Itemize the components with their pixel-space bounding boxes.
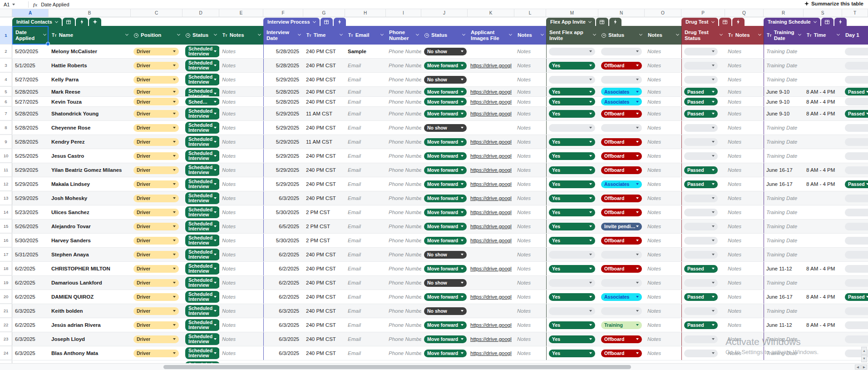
flex-invite-chip[interactable]: Yes: [549, 180, 595, 188]
calculator-button[interactable]: [321, 18, 333, 26]
column-header-status[interactable]: Status: [182, 26, 219, 45]
calculator-button[interactable]: [63, 18, 75, 26]
position-chip[interactable]: Driver: [133, 209, 179, 216]
interview_date-cell[interactable]: 5/29/2025: [263, 149, 303, 163]
position-chip[interactable]: Driver: [133, 307, 179, 315]
status-chip[interactable]: Scheduled Interview: [185, 192, 219, 204]
interview_date-cell[interactable]: 5/29/2025: [263, 135, 303, 149]
notes2-cell[interactable]: Notes: [514, 332, 546, 346]
notes4-cell[interactable]: Notes: [725, 163, 764, 177]
interview_status-cell[interactable]: Move forward: [421, 107, 468, 120]
row-number-10[interactable]: 10: [0, 149, 12, 163]
training_date-cell[interactable]: Training Date: [764, 332, 804, 346]
notes2-cell[interactable]: Notes: [514, 262, 546, 275]
position-chip[interactable]: Driver: [133, 293, 179, 301]
position-chip[interactable]: Driver: [133, 279, 179, 287]
column-header-flex_invite[interactable]: Sent Flex app Invite: [546, 26, 598, 45]
interview_date-cell[interactable]: 6/3/2025: [263, 346, 303, 360]
drug_status-cell[interactable]: Passed: [681, 290, 725, 304]
notes1-cell[interactable]: Notes: [219, 107, 263, 120]
interview-status-chip[interactable]: Move forward: [424, 237, 467, 245]
email-cell[interactable]: Email: [345, 121, 386, 135]
position-chip[interactable]: Driver: [133, 350, 179, 357]
interview_date-cell[interactable]: 5/28/2025: [263, 59, 303, 72]
flex-status-chip[interactable]: Offboard: [601, 265, 642, 273]
email-cell[interactable]: Email: [345, 346, 386, 360]
training_time-cell[interactable]: [804, 346, 842, 360]
name-cell[interactable]: Jesús adrian Rivera: [49, 318, 131, 332]
day1-cell[interactable]: [842, 220, 868, 233]
notes1-cell[interactable]: Notes: [219, 304, 263, 318]
drug-test-status-chip[interactable]: [684, 124, 718, 132]
notes2-cell[interactable]: Notes: [514, 87, 546, 96]
notes2-cell[interactable]: Notes: [514, 73, 546, 86]
day1-status-chip[interactable]: [845, 307, 868, 315]
email-cell[interactable]: Email: [345, 107, 386, 120]
name-cell[interactable]: Josh Mohesky: [49, 191, 131, 205]
interview-status-chip[interactable]: Move forward: [424, 209, 467, 216]
interview_status-cell[interactable]: No show: [421, 304, 468, 318]
interview_time-cell[interactable]: 240 PM CST: [303, 59, 345, 72]
column-letter-D[interactable]: D: [182, 9, 219, 17]
day1-status-chip[interactable]: [845, 48, 868, 55]
row-number-24[interactable]: 24: [0, 346, 12, 360]
chevron-down-icon[interactable]: [676, 32, 679, 35]
day1-cell[interactable]: Passed: [842, 290, 868, 304]
drug_status-cell[interactable]: [681, 73, 725, 86]
position-cell[interactable]: Driver: [131, 205, 182, 219]
flex_invite-cell[interactable]: [546, 45, 598, 58]
scroll-right-icon[interactable]: ▶: [861, 365, 867, 370]
notes3-cell[interactable]: Notes: [645, 262, 681, 275]
flex_invite-cell[interactable]: Yes: [546, 163, 598, 177]
column-letter-F[interactable]: F: [263, 9, 303, 17]
interview_time-cell[interactable]: 240 PM CST: [303, 45, 345, 58]
interview-status-chip[interactable]: No show: [424, 307, 467, 315]
position-cell[interactable]: Driver: [131, 121, 182, 135]
date-cell[interactable]: 6/2/2025: [12, 290, 49, 304]
day1-status-chip[interactable]: [845, 152, 868, 160]
training_date-cell[interactable]: June 9-10: [764, 87, 804, 96]
flex-status-chip[interactable]: Offboard: [601, 237, 642, 245]
training_date-cell[interactable]: June 16-17: [764, 290, 804, 304]
status-chip[interactable]: Scheduled Interview: [185, 235, 219, 246]
flex-status-chip[interactable]: Offboard: [601, 110, 642, 118]
interview_date-cell[interactable]: 5/29/2025: [263, 107, 303, 120]
row-number-22[interactable]: 22: [0, 318, 12, 332]
interview_time-cell[interactable]: 2 PM CST: [303, 220, 345, 233]
flex_status-cell[interactable]: Training: [598, 318, 645, 332]
column-header-position[interactable]: Position: [131, 26, 182, 45]
column-letter-L[interactable]: L: [514, 9, 546, 17]
images-cell[interactable]: https://drive.googl: [468, 149, 514, 163]
notes2-cell[interactable]: Notes: [514, 290, 546, 304]
notes3-cell[interactable]: Notes: [645, 107, 681, 120]
interview_time-cell[interactable]: 240 PM CST: [303, 191, 345, 205]
flex-invite-chip[interactable]: Yes: [549, 350, 595, 357]
position-chip[interactable]: Driver: [133, 124, 179, 132]
notes2-cell[interactable]: Notes: [514, 304, 546, 318]
position-cell[interactable]: Driver: [131, 87, 182, 96]
name-cell[interactable]: DAMIEN QUIROZ: [49, 290, 131, 304]
position-chip[interactable]: Driver: [133, 265, 179, 273]
images-cell[interactable]: https://drive.googl: [468, 191, 514, 205]
status-chip[interactable]: Scheduled Interview: [185, 206, 219, 218]
drug-test-status-chip[interactable]: [684, 251, 718, 259]
interview_status-cell[interactable]: Move forward: [421, 177, 468, 191]
drug_status-cell[interactable]: [681, 59, 725, 72]
day1-status-chip[interactable]: Passed: [845, 110, 868, 118]
date-cell[interactable]: 5/28/2025: [12, 135, 49, 149]
notes4-cell[interactable]: Notes: [725, 346, 764, 360]
interview-status-chip[interactable]: No show: [424, 251, 467, 259]
flex-invite-chip[interactable]: Yes: [549, 335, 595, 343]
notes2-cell[interactable]: Notes: [514, 121, 546, 135]
chevron-down-icon[interactable]: [462, 32, 465, 35]
notes1-cell[interactable]: Notes: [219, 149, 263, 163]
notes1-cell[interactable]: Notes: [219, 191, 263, 205]
day1-status-chip[interactable]: [845, 138, 868, 146]
flex-invite-chip[interactable]: Yes: [549, 138, 595, 146]
drug_status-cell[interactable]: [681, 346, 725, 360]
day1-status-chip[interactable]: [845, 335, 868, 343]
status-chip[interactable]: Scheduled Interview: [185, 263, 219, 275]
column-header-email[interactable]: TTEmail: [345, 26, 386, 45]
phone-cell[interactable]: Phone Number: [386, 205, 421, 219]
row-number-8[interactable]: 8: [0, 121, 12, 135]
